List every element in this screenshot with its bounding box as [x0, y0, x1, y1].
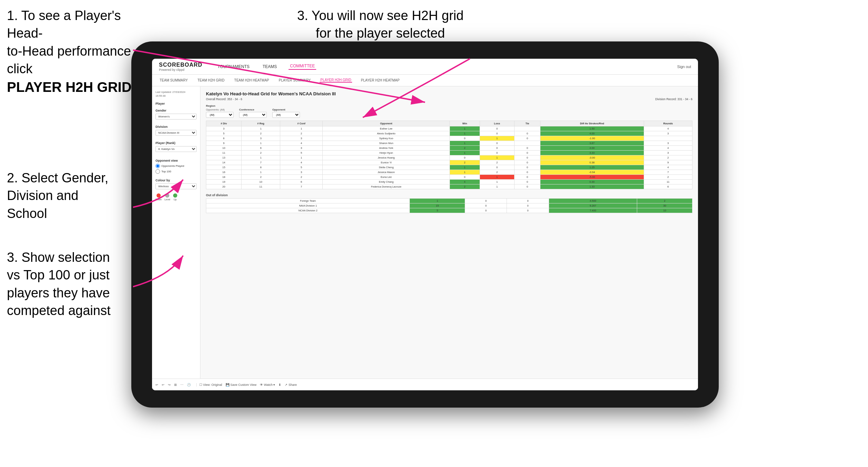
- ood-diff: 7.400: [549, 208, 637, 213]
- region-dropdown[interactable]: (All): [206, 112, 234, 118]
- opponent-dropdown[interactable]: (All): [272, 112, 300, 118]
- opponents-played-option[interactable]: Opponents Played: [155, 164, 197, 168]
- nav-committee[interactable]: COMMITTEE: [289, 64, 316, 70]
- toolbar-more[interactable]: ⋯: [180, 383, 183, 387]
- cell-conf: 4: [280, 160, 323, 165]
- ood-tie: 0: [507, 203, 549, 208]
- cell-diff: 0.38: [540, 160, 644, 165]
- opponent-view-label: Opponent view: [155, 159, 197, 162]
- cell-tie: [515, 126, 540, 131]
- cell-reg: 1: [242, 126, 280, 131]
- colour-by-select[interactable]: Win/loss: [155, 183, 197, 189]
- cell-opponent: Andrea York: [322, 146, 450, 151]
- toolbar-undo2[interactable]: ↩: [162, 383, 164, 387]
- cell-diff: 0.30: [540, 180, 644, 184]
- toolbar-watch[interactable]: 👁 Watch ▾: [260, 383, 275, 387]
- sub-nav-player-h2h[interactable]: PLAYER H2H GRID: [320, 78, 352, 83]
- cell-tie: 0: [515, 165, 540, 170]
- toolbar-view[interactable]: ☐ View: Original: [196, 383, 222, 387]
- instruction-bottom-left: 3. Show selection vs Top 100 or just pla…: [7, 249, 111, 320]
- toolbar-grid[interactable]: ⊞: [174, 383, 177, 387]
- toolbar-clock[interactable]: 🕐: [187, 383, 191, 387]
- ood-win: 1: [410, 199, 465, 203]
- toolbar-save[interactable]: 💾 Save Custom View: [226, 383, 256, 387]
- cell-tie: 0: [515, 180, 540, 184]
- cell-loss: 1: [480, 180, 515, 184]
- cell-rounds: 3: [644, 151, 692, 155]
- ood-rounds: 2: [637, 199, 692, 203]
- col-diff: Diff Av Strokes/Rnd: [540, 121, 644, 126]
- ood-rounds: 30: [637, 203, 692, 208]
- cell-diff: 3.67: [540, 141, 644, 146]
- col-tie: Tie: [515, 121, 540, 126]
- nav-links: TOURNAMENTS TEAMS COMMITTEE: [216, 64, 667, 70]
- sub-nav: TEAM SUMMARY TEAM H2H GRID TEAM H2H HEAT…: [152, 75, 698, 86]
- conference-dropdown[interactable]: (All): [239, 112, 267, 118]
- cell-loss: 1: [480, 175, 515, 180]
- sub-nav-team-summary[interactable]: TEAM SUMMARY: [159, 78, 189, 82]
- cell-reg: 7: [242, 160, 280, 165]
- cell-reg: 1: [242, 141, 280, 146]
- ood-loss: 0: [465, 203, 507, 208]
- toolbar-redo[interactable]: ↪: [168, 383, 171, 387]
- cell-reg: 2: [242, 131, 280, 136]
- nav-sign-out[interactable]: Sign out: [677, 65, 691, 69]
- player-rank-select[interactable]: 8. Katelyn Vo: [155, 146, 197, 152]
- sub-nav-player-summary[interactable]: PLAYER SUMMARY: [278, 78, 311, 82]
- colour-section: Colour by Win/loss Down Level: [155, 179, 197, 201]
- cell-conf: 1: [280, 155, 323, 160]
- cell-conf: 5: [280, 151, 323, 155]
- ood-win: 15: [410, 203, 465, 208]
- cell-conf: 6: [280, 180, 323, 184]
- cell-diff: -3.00: [540, 155, 644, 160]
- division-select[interactable]: NCAA Division III: [155, 130, 197, 136]
- gender-select[interactable]: Women's Men's: [155, 114, 197, 120]
- cell-div: 10: [206, 146, 242, 151]
- cell-div: 11: [206, 151, 242, 155]
- cell-rounds: 2: [644, 175, 692, 180]
- instruction-mid-left: 2. Select Gender, Division and School: [7, 169, 108, 222]
- nav-tournaments[interactable]: TOURNAMENTS: [216, 64, 251, 69]
- cell-tie: 0: [515, 151, 540, 155]
- cell-conf: 7: [280, 184, 323, 189]
- tablet-screen: SCOREBOARD Powered by clippd TOURNAMENTS…: [152, 59, 698, 390]
- cell-win: 1: [450, 151, 480, 155]
- col-conf: # Conf: [280, 121, 323, 126]
- cell-rounds: 4: [644, 126, 692, 131]
- cell-reg: 11: [242, 184, 280, 189]
- filter-row: Region Opponents: (All) (All) Conference…: [206, 104, 692, 118]
- toolbar-undo[interactable]: ↩: [155, 383, 158, 387]
- ood-rounds: 10: [637, 208, 692, 213]
- toolbar-share[interactable]: ↗ Share: [285, 383, 297, 387]
- cell-diff: 1.33: [540, 184, 644, 189]
- toolbar-export[interactable]: ⬇: [279, 383, 281, 387]
- logo-area: SCOREBOARD Powered by clippd: [159, 62, 202, 72]
- cell-tie: 0: [515, 136, 540, 141]
- cell-rounds: 4: [644, 146, 692, 151]
- cell-opponent: Esther Lee: [322, 126, 450, 131]
- sub-nav-team-heatmap[interactable]: TEAM H2H HEATMAP: [234, 78, 270, 82]
- col-opponent: Opponent: [322, 121, 450, 126]
- bottom-toolbar: ↩ ↩ ↪ ⊞ ⋯ 🕐 ☐ View: Original 💾 Save Cust…: [152, 379, 698, 390]
- cell-diff: 3.33: [540, 151, 644, 155]
- cell-rounds: 9: [644, 160, 692, 165]
- cell-loss: 0: [480, 131, 515, 136]
- cell-div: 19: [206, 180, 242, 184]
- ood-tie: 0: [507, 208, 549, 213]
- ood-loss: 0: [465, 208, 507, 213]
- cell-opponent: Emily Chang: [322, 180, 450, 184]
- sub-nav-player-heatmap[interactable]: PLAYER H2H HEATMAP: [360, 78, 400, 82]
- cell-diff: 4.00: [540, 146, 644, 151]
- sub-nav-team-h2h[interactable]: TEAM H2H GRID: [197, 78, 225, 82]
- instruction-top-right: 3. You will now see H2H grid for the pla…: [297, 7, 464, 42]
- cell-loss: 0: [480, 126, 515, 131]
- cell-loss: 2: [480, 170, 515, 175]
- nav-teams[interactable]: TEAMS: [261, 64, 278, 69]
- cell-div: 16: [206, 170, 242, 175]
- cell-rounds: 2: [644, 155, 692, 160]
- cell-tie: [515, 141, 540, 146]
- top-100-option[interactable]: Top 100: [155, 169, 197, 174]
- cell-diff: -1.00: [540, 136, 644, 141]
- cell-tie: 0: [515, 155, 540, 160]
- cell-reg: 2: [242, 175, 280, 180]
